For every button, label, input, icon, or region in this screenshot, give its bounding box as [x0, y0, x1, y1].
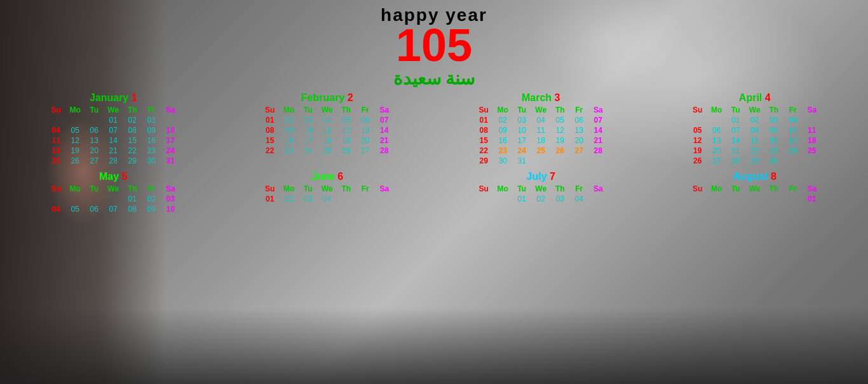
calendar-january: January 1 SuMoTuWeThFrSa 000000010203 04…: [46, 92, 180, 166]
calendar-february: February 2 SuMoTuWeThFrSa 01020304050607…: [261, 92, 394, 166]
july-header: SuMoTuWeThFrSa: [474, 184, 607, 194]
february-title: February 2: [261, 92, 394, 104]
february-num: 2: [348, 92, 353, 103]
january-num: 1: [132, 92, 137, 103]
year-number: 105: [0, 22, 868, 68]
april-body: 01020304 05060708091011 12131415161718 1…: [688, 115, 822, 166]
bottom-calendars-row: May 5 SuMoTuWeThFrSa 010203 040506070809…: [0, 171, 868, 214]
june-name: June: [311, 171, 334, 182]
march-title: March 3: [474, 92, 607, 104]
header: happy year 105 سنة سعيدة: [0, 0, 868, 89]
february-body: 01020304050607 08091011121314 1516171819…: [261, 115, 394, 156]
april-header: SuMoTuWeThFrSa: [688, 105, 822, 115]
calendar-april: April 4 SuMoTuWeThFrSa 01020304 05060708…: [688, 92, 822, 166]
calendar-may: May 5 SuMoTuWeThFrSa 010203 040506070809…: [46, 171, 180, 214]
march-header: SuMoTuWeThFrSa: [474, 105, 607, 115]
march-num: 3: [555, 92, 560, 103]
may-name: May: [99, 171, 119, 182]
april-title: April 4: [688, 92, 822, 104]
january-title: January 1: [46, 92, 180, 104]
calendar-march: March 3 SuMoTuWeThFrSa 01020304050607 08…: [474, 92, 607, 166]
arabic-greeting: سنة سعيدة: [0, 68, 868, 89]
may-header: SuMoTuWeThFrSa: [46, 184, 180, 194]
july-body: 01020304: [474, 194, 607, 204]
august-num: 8: [771, 171, 776, 182]
july-num: 7: [550, 171, 555, 182]
june-header: SuMoTuWeThFrSa: [261, 184, 394, 194]
july-title: July 7: [474, 171, 607, 182]
may-num: 5: [122, 171, 128, 182]
calendar-june: June 6 SuMoTuWeThFrSa 01020304: [261, 171, 394, 214]
january-header: SuMoTuWeThFrSa: [46, 105, 180, 115]
february-name: February: [301, 92, 344, 103]
march-name: March: [522, 92, 552, 103]
top-calendars-row: January 1 SuMoTuWeThFrSa 000000010203 04…: [0, 92, 868, 166]
may-title: May 5: [46, 171, 180, 182]
june-body: 01020304: [261, 194, 394, 204]
august-body: 01: [688, 194, 822, 204]
april-name: April: [739, 92, 762, 103]
august-title: August 8: [688, 171, 822, 182]
august-header: SuMoTuWeThFrSa: [688, 184, 822, 194]
may-body: 010203 04050607080910: [46, 194, 180, 214]
january-name: January: [90, 92, 128, 103]
content-area: happy year 105 سنة سعيدة January 1 SuMoT…: [0, 0, 868, 384]
calendar-august: August 8 SuMoTuWeThFrSa 01: [688, 171, 822, 214]
june-title: June 6: [261, 171, 394, 182]
february-header: SuMoTuWeThFrSa: [261, 105, 394, 115]
calendar-july: July 7 SuMoTuWeThFrSa 01020304: [474, 171, 607, 214]
july-name: July: [527, 171, 547, 182]
january-body: 000000010203 04050607080910 111213141516…: [46, 115, 180, 166]
march-body: 01020304050607 08091011121314 1516171819…: [474, 115, 607, 166]
august-name: August: [733, 171, 768, 182]
june-num: 6: [337, 171, 343, 182]
april-num: 4: [765, 92, 771, 103]
